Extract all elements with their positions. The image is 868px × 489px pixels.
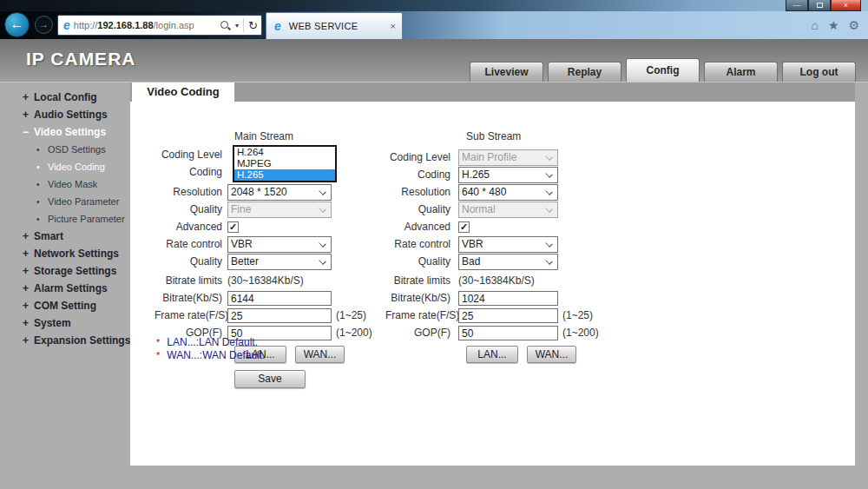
content-panel: Video Coding Main Stream Coding Level Co… (130, 83, 855, 466)
main-coding-listbox[interactable]: H.264 MJPEG H.265 (233, 145, 337, 182)
sidebar-item-video-parameter[interactable]: •Video Parameter (0, 193, 130, 210)
back-button[interactable]: ← (4, 12, 30, 37)
forward-button[interactable]: → (35, 16, 53, 34)
sidebar-item-video-mask[interactable]: •Video Mask (0, 175, 130, 193)
search-icon[interactable] (220, 20, 231, 31)
expand-icon: + (23, 89, 34, 106)
sidebar-item-system[interactable]: +System (0, 314, 130, 332)
select-value: Bad (462, 255, 545, 268)
sub-bitrate-limits-value: (30~16384Kb/S) (458, 274, 535, 287)
tab-logout[interactable]: Log out (782, 62, 856, 82)
sidebar-item-video-coding[interactable]: •Video Coding (0, 158, 130, 175)
sidebar-item-local-config[interactable]: +Local Config (0, 89, 130, 106)
body-area: +Local Config +Audio Settings −Video Set… (0, 83, 868, 489)
main-bitrate-limits-value: (30~16384Kb/S) (227, 274, 304, 287)
bitrate-label: Bitrate(Kb/S) (385, 292, 458, 304)
coding-option-h265[interactable]: H.265 (234, 169, 335, 181)
coding-level-label: Coding Level (385, 151, 458, 163)
coding-option-mjpeg[interactable]: MJPEG (234, 158, 335, 169)
coding-label: Coding (155, 166, 227, 178)
sub-gop-input[interactable] (458, 326, 558, 340)
coding-option-h264[interactable]: H.264 (234, 147, 335, 158)
home-icon[interactable]: ⌂ (811, 19, 818, 31)
expand-icon: + (23, 106, 34, 123)
sub-bitrate-input[interactable] (458, 291, 558, 306)
sub-coding-select[interactable]: H.265 (458, 167, 558, 183)
footnote-wan: *WAN...:WAN Default. (156, 349, 265, 362)
restore-button[interactable] (808, 0, 831, 11)
main-wan-default-button[interactable]: WAN... (295, 346, 345, 363)
sidebar-item-osd-settings[interactable]: •OSD Settings (0, 141, 130, 158)
sub-lan-default-button[interactable]: LAN... (466, 346, 518, 363)
chevron-down-icon[interactable]: ▾ (235, 22, 239, 30)
sidebar-item-video-settings[interactable]: −Video Settings (0, 123, 130, 141)
browser-tab-title: WEB SERVICE (289, 21, 358, 31)
sub-advanced-checkbox[interactable]: ✓ (458, 221, 470, 233)
sub-stream-title: Sub Stream (385, 130, 637, 146)
main-rate-control-select[interactable]: VBR (227, 236, 332, 253)
tab-replay[interactable]: Replay (548, 62, 621, 82)
sidebar-item-network-settings[interactable]: +Network Settings (0, 245, 130, 262)
main-quality2-select[interactable]: Better (227, 254, 332, 270)
browser-tab[interactable]: e WEB SERVICE × (266, 12, 403, 39)
main-resolution-select[interactable]: 2048 * 1520 (227, 184, 332, 201)
sub-stream-column: Sub Stream Coding Level Main Profile Cod… (385, 130, 637, 366)
sidebar-item-expansion-settings[interactable]: +Expansion Settings (0, 332, 130, 349)
select-value: Main Profile (462, 151, 545, 163)
window-title-bar: — × (0, 0, 868, 11)
asterisk-icon: * (156, 350, 160, 360)
chevron-down-icon (319, 258, 326, 266)
sidebar-item-label: System (34, 317, 71, 329)
tab-alarm[interactable]: Alarm (704, 62, 778, 82)
app-header: IP CAMERA Liveview Replay Config Alarm L… (0, 39, 868, 83)
gear-icon[interactable]: ⚙ (848, 19, 859, 31)
bullet-icon: • (36, 194, 48, 211)
main-nav-tabs: Liveview Replay Config Alarm Log out (470, 58, 856, 82)
sidebar-item-label: Audio Settings (34, 109, 108, 121)
sidebar-item-label: Video Parameter (48, 196, 119, 207)
sub-resolution-select[interactable]: 640 * 480 (458, 184, 558, 201)
main-advanced-checkbox[interactable]: ✓ (227, 221, 239, 233)
close-button[interactable]: × (831, 0, 861, 11)
sidebar-item-label: Expansion Settings (34, 334, 130, 347)
minimize-button[interactable]: — (786, 0, 808, 11)
tab-video-coding[interactable]: Video Coding (132, 83, 234, 102)
sub-quality-select: Normal (458, 202, 558, 218)
sub-rate-control-select[interactable]: VBR (458, 236, 558, 253)
main-frame-rate-input[interactable] (227, 308, 332, 323)
sidebar-item-picture-parameter[interactable]: •Picture Parameter (0, 210, 130, 228)
footnotes: *LAN...:LAN Default. *WAN...:WAN Default… (156, 336, 265, 362)
sidebar-item-storage-settings[interactable]: +Storage Settings (0, 262, 130, 280)
sub-wan-default-button[interactable]: WAN... (527, 346, 576, 363)
sidebar-item-label: Video Settings (34, 126, 106, 138)
close-tab-icon[interactable]: × (391, 21, 396, 31)
restore-icon (817, 3, 823, 8)
refresh-icon[interactable]: ↻ (248, 20, 258, 31)
url-host: 192.168.1.88 (97, 20, 153, 30)
tab-config[interactable]: Config (626, 58, 700, 82)
sub-frame-rate-input[interactable] (458, 308, 558, 323)
frame-rate-range: (1~25) (558, 309, 593, 321)
star-icon[interactable]: ★ (828, 19, 839, 31)
sidebar-item-smart[interactable]: +Smart (0, 228, 130, 245)
sidebar-item-com-setting[interactable]: +COM Setting (0, 297, 130, 314)
collapse-icon: − (23, 123, 34, 141)
sidebar-item-audio-settings[interactable]: +Audio Settings (0, 106, 130, 123)
expand-icon: + (23, 314, 34, 332)
sub-quality2-select[interactable]: Bad (458, 254, 558, 270)
tab-liveview[interactable]: Liveview (470, 62, 543, 82)
sidebar-item-label: Video Coding (48, 162, 105, 172)
chevron-down-icon (545, 241, 553, 248)
content-tabstrip: Video Coding (130, 83, 855, 102)
quality-label: Quality (155, 203, 227, 215)
sidebar-item-label: Storage Settings (34, 265, 116, 277)
save-button[interactable]: Save (234, 370, 306, 388)
sidebar-item-label: OSD Settings (48, 144, 106, 155)
gop-range: (1~200) (332, 327, 372, 339)
expand-icon: + (23, 245, 34, 262)
sidebar-item-alarm-settings[interactable]: +Alarm Settings (0, 280, 130, 297)
page-title: IP CAMERA (26, 49, 135, 69)
main-bitrate-input[interactable] (227, 291, 332, 306)
address-bar[interactable]: e http://192.168.1.88/login.asp ▾ ↻ (57, 15, 262, 36)
url-text[interactable]: http://192.168.1.88/login.asp (74, 20, 194, 30)
